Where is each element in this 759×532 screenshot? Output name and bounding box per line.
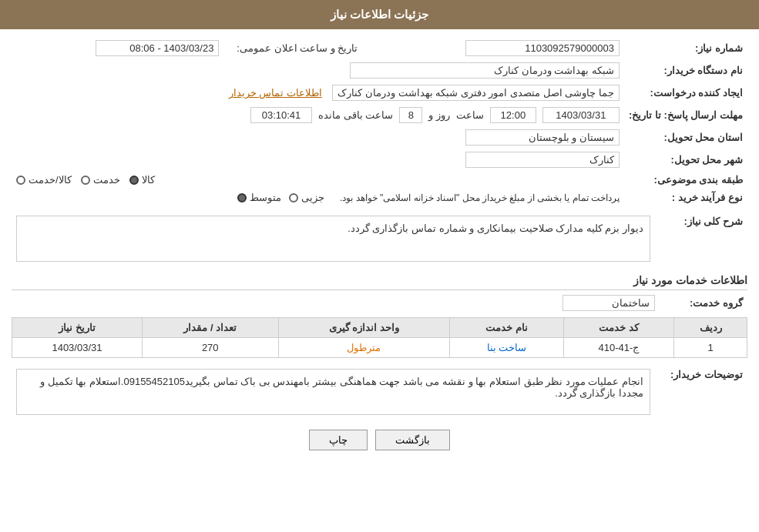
services-table-body: 1 ج-41-410 ساخت بنا مترطول 270 1403/03/3…	[12, 338, 747, 358]
services-table-head: ردیف کد خدمت نام خدمت واحد اندازه گیری ت…	[12, 318, 747, 338]
main-content: شماره نیاز: 1103092579000003 تاریخ و ساع…	[0, 29, 759, 470]
need-number-label: شماره نیاز:	[624, 37, 747, 59]
purchase-option-medium[interactable]: متوسط	[237, 192, 281, 203]
cell-code: ج-41-410	[563, 338, 674, 358]
city-value: کنارک	[465, 152, 620, 168]
deadline-date-value: 1403/03/31	[542, 107, 620, 123]
category-option-service[interactable]: خدمت	[81, 174, 120, 186]
city-label: شهر محل تحویل:	[624, 149, 747, 171]
service-group-row: گروه خدمت: ساختمان	[12, 295, 747, 311]
col-name: نام خدمت	[450, 318, 563, 338]
need-number-value: 1103092579000003	[465, 40, 620, 56]
category-option-service-goods[interactable]: کالا/خدمت	[16, 174, 72, 186]
buyer-note-value-cell: انجام عملیات مورد نظر طبق استعلام بها و …	[12, 366, 655, 418]
cell-qty: 270	[142, 338, 278, 358]
need-desc-section: شرح کلی نیاز: دیوار بزم کلیه مدارک صلاحی…	[12, 212, 747, 265]
purchase-radio-small[interactable]	[289, 193, 298, 202]
creator-row: ایجاد کننده درخواست: جما چاوشی اصل متصدی…	[12, 82, 747, 104]
announce-label: تاریخ و ساعت اعلان عمومی:	[223, 37, 362, 59]
buyer-note-value: انجام عملیات مورد نظر طبق استعلام بها و …	[16, 369, 650, 415]
purchase-type-cell: متوسط جزیی پرداخت تمام یا بخشی از مبلغ خ…	[12, 189, 624, 206]
service-group-value: ساختمان	[563, 295, 655, 311]
category-option-goods-label: کالا	[142, 174, 155, 186]
announce-value-cell: 1403/03/23 - 08:06	[12, 37, 223, 59]
table-row: 1 ج-41-410 ساخت بنا مترطول 270 1403/03/3…	[12, 338, 747, 358]
deadline-values-cell: 03:10:41 ساعت باقی مانده 8 روز و ساعت 12…	[12, 104, 624, 126]
deadline-days-value: 8	[399, 107, 422, 123]
province-row: استان محل تحویل: سیستان و بلوچستان	[12, 126, 747, 149]
col-code: کد خدمت	[563, 318, 674, 338]
purchase-type-row: نوع فرآیند خرید : متوسط جزیی	[12, 189, 747, 206]
category-radio-goods[interactable]	[129, 176, 139, 185]
purchase-option-medium-label: متوسط	[250, 192, 281, 203]
announce-value: 1403/03/23 - 08:06	[96, 40, 219, 56]
deadline-row: مهلت ارسال پاسخ: تا تاریخ: 03:10:41 ساعت…	[12, 104, 747, 126]
buyer-org-row: نام دستگاه خریدار: شبکه بهداشت ودرمان کن…	[12, 59, 747, 82]
creator-value: جما چاوشی اصل متصدی امور دفتری شبکه بهدا…	[332, 85, 620, 101]
col-qty: تعداد / مقدار	[142, 318, 278, 338]
deadline-time-value: 12:00	[490, 107, 536, 123]
col-row: ردیف	[674, 318, 747, 338]
services-section-title: اطلاعات خدمات مورد نیاز	[12, 274, 747, 290]
need-desc-label: شرح کلی نیاز:	[655, 212, 747, 230]
city-value-cell: کنارک	[12, 149, 624, 171]
category-label: طبقه بندی موضوعی:	[624, 171, 747, 189]
category-option-service-goods-label: کالا/خدمت	[29, 174, 72, 186]
buyer-org-value-cell: شبکه بهداشت ودرمان کنارک	[12, 59, 624, 82]
category-option-goods[interactable]: کالا	[129, 174, 155, 186]
deadline-remaining-label: ساعت باقی مانده	[318, 109, 393, 121]
purchase-radio-medium[interactable]	[237, 193, 247, 202]
category-radio-service-goods[interactable]	[16, 176, 25, 185]
service-group-label: گروه خدمت:	[655, 297, 747, 309]
need-desc-value-cell: دیوار بزم کلیه مدارک صلاحیت بیمانکاری و …	[12, 212, 655, 265]
need-number-value-cell: 1103092579000003	[362, 37, 623, 59]
contact-link[interactable]: اطلاعات تماس خریدار	[229, 87, 322, 99]
services-table-header-row: ردیف کد خدمت نام خدمت واحد اندازه گیری ت…	[12, 318, 747, 338]
category-radio-service[interactable]	[81, 176, 90, 185]
city-row: شهر محل تحویل: کنارک	[12, 149, 747, 171]
page-wrapper: جزئیات اطلاعات نیاز شماره نیاز: 11030925…	[0, 0, 759, 532]
creator-value-cell: جما چاوشی اصل متصدی امور دفتری شبکه بهدا…	[12, 82, 624, 104]
page-header: جزئیات اطلاعات نیاز	[0, 0, 759, 29]
back-button[interactable]: بازگشت	[375, 430, 450, 450]
purchase-option-small-label: جزیی	[301, 192, 324, 203]
need-number-row: شماره نیاز: 1103092579000003 تاریخ و ساع…	[12, 37, 747, 59]
deadline-remaining-value: 03:10:41	[250, 107, 312, 123]
print-button[interactable]: چاپ	[309, 430, 368, 450]
province-value: سیستان و بلوچستان	[465, 129, 620, 146]
buyer-org-value: شبکه بهداشت ودرمان کنارک	[350, 62, 620, 79]
buyer-note-label: توضیحات خریدار:	[655, 366, 747, 383]
cell-unit: مترطول	[278, 338, 450, 358]
services-table: ردیف کد خدمت نام خدمت واحد اندازه گیری ت…	[12, 317, 747, 358]
deadline-label: مهلت ارسال پاسخ: تا تاریخ:	[624, 104, 747, 126]
button-row: بازگشت چاپ	[12, 430, 747, 462]
purchase-option-small[interactable]: جزیی	[289, 192, 324, 203]
province-value-cell: سیستان و بلوچستان	[12, 126, 624, 149]
cell-date: 1403/03/31	[12, 338, 143, 358]
category-row: طبقه بندی موضوعی: کالا/خدمت خدمت کالا	[12, 171, 747, 189]
cell-name: ساخت بنا	[450, 338, 563, 358]
province-label: استان محل تحویل:	[624, 126, 747, 149]
page-title: جزئیات اطلاعات نیاز	[331, 8, 428, 21]
info-table: شماره نیاز: 1103092579000003 تاریخ و ساع…	[12, 37, 747, 206]
category-option-service-label: خدمت	[93, 174, 120, 186]
purchase-note: پرداخت تمام یا بخشی از مبلغ خریداز محل "…	[340, 192, 620, 203]
buyer-note-section: توضیحات خریدار: انجام عملیات مورد نظر طب…	[12, 366, 747, 418]
col-date: تاریخ نیاز	[12, 318, 143, 338]
deadline-time-label: ساعت	[456, 109, 484, 121]
cell-row-num: 1	[674, 338, 747, 358]
buyer-org-label: نام دستگاه خریدار:	[624, 59, 747, 82]
need-desc-value: دیوار بزم کلیه مدارک صلاحیت بیمانکاری و …	[16, 216, 650, 262]
category-options-cell: کالا/خدمت خدمت کالا	[12, 171, 624, 189]
col-unit: واحد اندازه گیری	[278, 318, 450, 338]
purchase-type-label: نوع فرآیند خرید :	[624, 189, 747, 206]
deadline-days-label: روز و	[428, 109, 450, 121]
creator-label: ایجاد کننده درخواست:	[624, 82, 747, 104]
